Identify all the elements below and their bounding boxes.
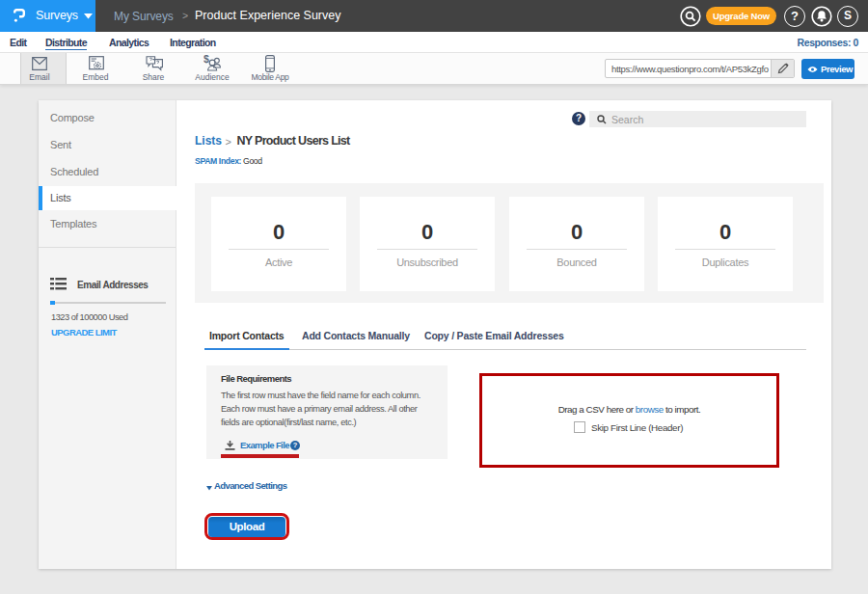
svg-text:$: $ [203,54,209,65]
